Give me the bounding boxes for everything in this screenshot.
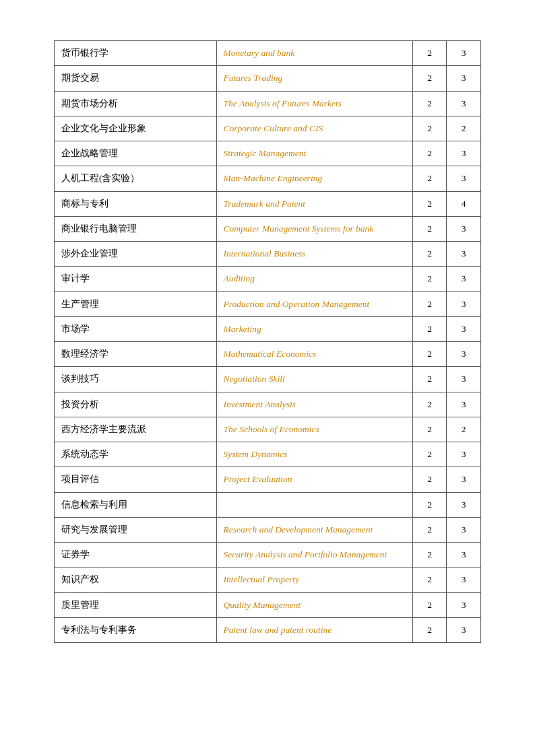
num1: 2 bbox=[412, 191, 447, 216]
num1: 2 bbox=[412, 66, 447, 91]
num1: 2 bbox=[412, 316, 447, 341]
num2: 3 bbox=[447, 568, 481, 592]
chinese-name: 涉外企业管理 bbox=[55, 242, 217, 267]
chinese-name: 企业文化与企业形象 bbox=[55, 116, 217, 141]
table-row: 货币银行学Monetary and bank23 bbox=[55, 41, 481, 66]
table-row: 涉外企业管理International Business23 bbox=[55, 242, 481, 267]
english-name: Corporate Culture and CIS bbox=[216, 116, 412, 141]
table-row: 数理经济学Mathematical Economics23 bbox=[55, 342, 481, 367]
num2: 3 bbox=[447, 467, 481, 492]
english-name: International Business bbox=[216, 242, 412, 267]
table-row: 项目评估Project Evaluation23 bbox=[55, 467, 481, 492]
chinese-name: 生产管理 bbox=[55, 291, 217, 316]
english-name: Marketing bbox=[216, 316, 412, 341]
english-name: Auditing bbox=[216, 267, 412, 291]
chinese-name: 商标与专利 bbox=[55, 191, 217, 216]
num2: 3 bbox=[447, 216, 481, 241]
num1: 2 bbox=[412, 41, 447, 66]
num2: 3 bbox=[447, 342, 481, 367]
table-row: 谈判技巧Negotiation Skill23 bbox=[55, 367, 481, 392]
chinese-name: 期货市场分析 bbox=[55, 91, 217, 116]
english-name: Negotiation Skill bbox=[216, 367, 412, 392]
num2: 2 bbox=[447, 417, 481, 442]
num1: 2 bbox=[412, 291, 447, 316]
table-row: 知识产权Intellectual Property23 bbox=[55, 568, 481, 592]
num1: 2 bbox=[412, 267, 447, 291]
chinese-name: 市场学 bbox=[55, 316, 217, 341]
num1: 2 bbox=[412, 91, 447, 116]
chinese-name: 西方经济学主要流派 bbox=[55, 417, 217, 442]
num1: 2 bbox=[412, 492, 447, 517]
num1: 2 bbox=[412, 568, 447, 592]
num1: 2 bbox=[412, 442, 447, 467]
num2: 3 bbox=[447, 367, 481, 392]
table-row: 生产管理Production and Operation Management2… bbox=[55, 291, 481, 316]
num2: 4 bbox=[447, 191, 481, 216]
num1: 2 bbox=[412, 592, 447, 617]
table-row: 投资分析Investment Analysis23 bbox=[55, 392, 481, 417]
english-name: Investment Analysis bbox=[216, 392, 412, 417]
num2: 3 bbox=[447, 242, 481, 267]
english-name bbox=[216, 492, 412, 517]
table-row: 期货市场分析The Analysis of Futures Markets23 bbox=[55, 91, 481, 116]
num2: 3 bbox=[447, 91, 481, 116]
num1: 2 bbox=[412, 543, 447, 568]
table-row: 研究与发展管理Research and Development Manageme… bbox=[55, 517, 481, 542]
english-name: Man-Machine Engineering bbox=[216, 166, 412, 191]
english-name: Monetary and bank bbox=[216, 41, 412, 66]
table-row: 信息检索与利用23 bbox=[55, 492, 481, 517]
chinese-name: 信息检索与利用 bbox=[55, 492, 217, 517]
num1: 2 bbox=[412, 467, 447, 492]
english-name: Production and Operation Management bbox=[216, 291, 412, 316]
english-name: Strategic Management bbox=[216, 141, 412, 166]
english-name: The Schools of Economics bbox=[216, 417, 412, 442]
num1: 2 bbox=[412, 166, 447, 191]
table-row: 证券学Security Analysis and Portfolio Manag… bbox=[55, 543, 481, 568]
table-row: 质里管理Quality Management23 bbox=[55, 592, 481, 617]
chinese-name: 人机工程(含实验） bbox=[55, 166, 217, 191]
chinese-name: 知识产权 bbox=[55, 568, 217, 592]
num2: 3 bbox=[447, 66, 481, 91]
table-row: 企业战略管理Strategic Management23 bbox=[55, 141, 481, 166]
english-name: Quality Management bbox=[216, 592, 412, 617]
num2: 3 bbox=[447, 442, 481, 467]
chinese-name: 系统动态学 bbox=[55, 442, 217, 467]
english-name: System Dynamics bbox=[216, 442, 412, 467]
num1: 2 bbox=[412, 216, 447, 241]
chinese-name: 企业战略管理 bbox=[55, 141, 217, 166]
num1: 2 bbox=[412, 242, 447, 267]
chinese-name: 投资分析 bbox=[55, 392, 217, 417]
english-name: Research and Development Management bbox=[216, 517, 412, 542]
num1: 2 bbox=[412, 141, 447, 166]
chinese-name: 项目评估 bbox=[55, 467, 217, 492]
chinese-name: 研究与发展管理 bbox=[55, 517, 217, 542]
num2: 2 bbox=[447, 116, 481, 141]
english-name: Computer Management Systems for bank bbox=[216, 216, 412, 241]
english-name: Trademark and Patent bbox=[216, 191, 412, 216]
table-row: 商业银行电脑管理Computer Management Systems for … bbox=[55, 216, 481, 241]
chinese-name: 数理经济学 bbox=[55, 342, 217, 367]
chinese-name: 谈判技巧 bbox=[55, 367, 217, 392]
num2: 3 bbox=[447, 141, 481, 166]
num1: 2 bbox=[412, 367, 447, 392]
num1: 2 bbox=[412, 517, 447, 542]
chinese-name: 商业银行电脑管理 bbox=[55, 216, 217, 241]
num2: 3 bbox=[447, 592, 481, 617]
num1: 2 bbox=[412, 617, 447, 642]
num2: 3 bbox=[447, 543, 481, 568]
num1: 2 bbox=[412, 342, 447, 367]
num2: 3 bbox=[447, 41, 481, 66]
table-row: 市场学Marketing23 bbox=[55, 316, 481, 341]
num2: 3 bbox=[447, 517, 481, 542]
num1: 2 bbox=[412, 392, 447, 417]
table-row: 企业文化与企业形象Corporate Culture and CIS22 bbox=[55, 116, 481, 141]
courses-table: 货币银行学Monetary and bank23期货交易Futures Trad… bbox=[54, 40, 481, 643]
english-name: Intellectual Property bbox=[216, 568, 412, 592]
num2: 3 bbox=[447, 492, 481, 517]
table-row: 系统动态学System Dynamics23 bbox=[55, 442, 481, 467]
table-row: 专利法与专利事务Patent law and patent routine23 bbox=[55, 617, 481, 642]
table-row: 审计学Auditing23 bbox=[55, 267, 481, 291]
num2: 3 bbox=[447, 316, 481, 341]
table-row: 商标与专利Trademark and Patent24 bbox=[55, 191, 481, 216]
english-name: Futures Trading bbox=[216, 66, 412, 91]
